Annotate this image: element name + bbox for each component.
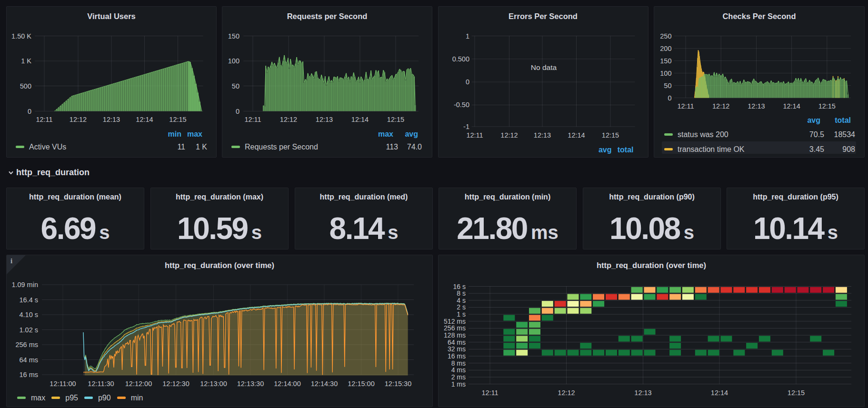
- svg-text:12:13:00: 12:13:00: [200, 380, 227, 388]
- svg-text:12:15:30: 12:15:30: [385, 380, 411, 388]
- svg-text:12:14: 12:14: [136, 116, 153, 123]
- svg-text:12:11: 12:11: [677, 102, 694, 110]
- svg-text:12:15:00: 12:15:00: [348, 380, 374, 388]
- svg-text:2 s: 2 s: [457, 303, 466, 311]
- svg-text:12:14:30: 12:14:30: [311, 380, 338, 388]
- svg-text:16.4 s: 16.4 s: [20, 296, 39, 304]
- svg-text:1: 1: [465, 32, 469, 40]
- svg-text:32 ms: 32 ms: [448, 345, 466, 353]
- svg-text:No data: No data: [530, 63, 557, 71]
- svg-text:12:15: 12:15: [601, 131, 619, 139]
- svg-text:2 ms: 2 ms: [451, 373, 466, 381]
- svg-text:256 ms: 256 ms: [15, 341, 38, 348]
- svg-text:12:13: 12:13: [103, 116, 120, 123]
- svg-text:100: 100: [660, 70, 671, 77]
- svg-text:64 ms: 64 ms: [448, 338, 466, 346]
- svg-text:16 s: 16 s: [453, 283, 466, 290]
- svg-text:4.10 s: 4.10 s: [20, 311, 39, 318]
- svg-text:4 ms: 4 ms: [451, 366, 466, 374]
- svg-text:12:12: 12:12: [500, 131, 518, 139]
- svg-text:12:11:00: 12:11:00: [50, 380, 76, 388]
- svg-text:12:11:30: 12:11:30: [88, 380, 114, 388]
- svg-text:-1: -1: [463, 123, 469, 130]
- svg-text:12:13:30: 12:13:30: [237, 380, 264, 388]
- svg-text:150: 150: [660, 57, 671, 65]
- svg-text:1.02 s: 1.02 s: [20, 326, 39, 334]
- svg-text:1 ms: 1 ms: [451, 380, 466, 388]
- svg-text:12:11: 12:11: [481, 389, 498, 397]
- svg-text:500: 500: [20, 82, 31, 90]
- svg-text:16 ms: 16 ms: [448, 352, 466, 360]
- svg-text:8 ms: 8 ms: [451, 359, 466, 367]
- svg-text:256 ms: 256 ms: [444, 324, 466, 332]
- svg-text:64 ms: 64 ms: [20, 356, 39, 364]
- svg-text:12:14: 12:14: [568, 131, 585, 139]
- svg-text:1 K: 1 K: [21, 57, 31, 65]
- svg-text:0: 0: [668, 94, 671, 102]
- svg-text:12:12:00: 12:12:00: [125, 380, 152, 388]
- svg-text:-0.50: -0.50: [453, 101, 469, 109]
- svg-text:1.09 min: 1.09 min: [11, 281, 38, 289]
- svg-text:4 s: 4 s: [457, 297, 466, 304]
- svg-text:12:12: 12:12: [558, 389, 575, 397]
- svg-text:50: 50: [232, 82, 239, 90]
- svg-text:12:11: 12:11: [466, 131, 483, 139]
- svg-text:8 s: 8 s: [457, 289, 466, 297]
- svg-text:0: 0: [28, 108, 31, 115]
- svg-text:0: 0: [236, 108, 239, 115]
- svg-text:0: 0: [465, 78, 469, 86]
- svg-text:12:11: 12:11: [36, 116, 52, 123]
- svg-text:12:13: 12:13: [316, 116, 333, 123]
- svg-text:12:12:30: 12:12:30: [162, 380, 189, 388]
- svg-text:12:15: 12:15: [788, 389, 805, 397]
- svg-text:100: 100: [228, 57, 239, 65]
- svg-text:12:13: 12:13: [748, 102, 765, 110]
- svg-text:0.500: 0.500: [452, 55, 469, 63]
- svg-text:12:12: 12:12: [712, 102, 729, 110]
- svg-text:12:15: 12:15: [818, 102, 836, 110]
- svg-text:12:12: 12:12: [280, 116, 297, 123]
- svg-text:50: 50: [664, 82, 671, 90]
- svg-text:128 ms: 128 ms: [444, 331, 466, 339]
- svg-text:12:14:00: 12:14:00: [274, 380, 300, 388]
- svg-text:1.50 K: 1.50 K: [11, 32, 31, 40]
- svg-text:12:14: 12:14: [711, 389, 728, 397]
- svg-text:512 ms: 512 ms: [444, 318, 466, 325]
- svg-text:12:14: 12:14: [351, 116, 369, 123]
- svg-text:12:11: 12:11: [244, 116, 261, 123]
- svg-text:12:14: 12:14: [783, 102, 800, 110]
- svg-text:200: 200: [660, 45, 671, 52]
- svg-text:12:15: 12:15: [169, 116, 186, 123]
- svg-text:12:13: 12:13: [634, 389, 651, 397]
- svg-text:12:15: 12:15: [387, 116, 404, 123]
- svg-text:250: 250: [660, 32, 671, 40]
- svg-text:1 s: 1 s: [457, 310, 466, 318]
- svg-text:12:13: 12:13: [533, 131, 550, 139]
- svg-text:150: 150: [228, 32, 239, 40]
- svg-text:16 ms: 16 ms: [20, 371, 39, 378]
- svg-text:12:12: 12:12: [70, 116, 87, 123]
